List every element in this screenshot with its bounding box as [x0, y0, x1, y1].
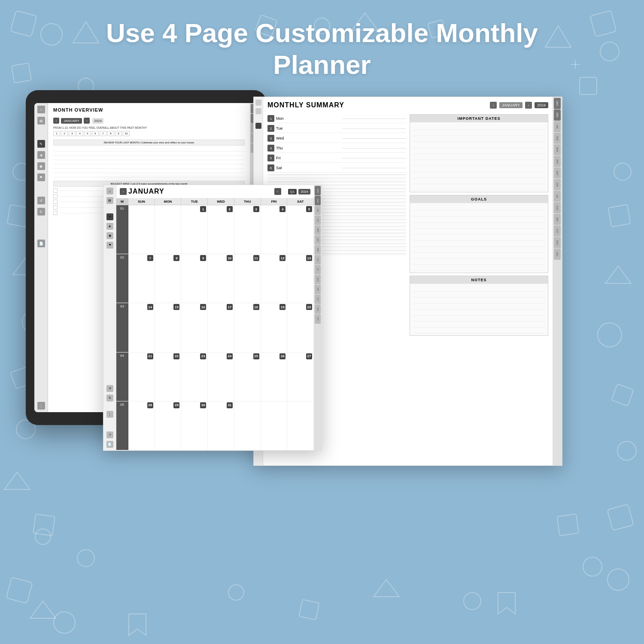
- cal-cell-5[interactable]: 5: [287, 205, 314, 254]
- sum-pen-icon[interactable]: [255, 123, 261, 129]
- cal-cell-2[interactable]: 2: [208, 205, 234, 254]
- checkbox[interactable]: [53, 188, 58, 193]
- cal-pin-icon[interactable]: ◉: [106, 232, 113, 239]
- sum-home-icon[interactable]: [255, 100, 261, 106]
- cal-cell-20[interactable]: 20: [287, 303, 314, 352]
- sum-tab-may[interactable]: MAY: [554, 167, 561, 179]
- cal-cell-18[interactable]: 18: [234, 303, 261, 352]
- sum-tab-oct[interactable]: OCT: [554, 225, 561, 237]
- cal-cell-15[interactable]: 15: [155, 303, 182, 352]
- sum-tab-mar[interactable]: MAR: [554, 144, 561, 155]
- cal-cell-8[interactable]: 8: [155, 254, 182, 303]
- cal-cell-21[interactable]: 21: [128, 352, 155, 401]
- cal-tab-mar[interactable]: MAR: [315, 225, 321, 235]
- cal-tab-aug[interactable]: AUG: [315, 275, 321, 284]
- sum-tab-nov[interactable]: NOV: [554, 237, 561, 248]
- cal-undo-icon[interactable]: ↺: [106, 385, 113, 392]
- cal-tab-may[interactable]: MAY: [315, 245, 321, 255]
- cal-tab-nov[interactable]: NOV: [315, 304, 321, 314]
- sum-tab-feb[interactable]: FEB: [554, 133, 561, 144]
- sum-tab-jun[interactable]: JUN: [554, 179, 561, 190]
- checkbox[interactable]: [53, 194, 58, 198]
- rating-6[interactable]: 6: [92, 131, 99, 136]
- cal-tab-2025[interactable]: 2025: [315, 196, 321, 205]
- cal-cell-31[interactable]: 31: [208, 401, 234, 450]
- checkbox[interactable]: [53, 205, 58, 210]
- tablet-flag-icon[interactable]: ⚑: [37, 173, 45, 181]
- cal-tab-jun[interactable]: JUN: [315, 255, 321, 264]
- cal-cell-17[interactable]: 17: [208, 303, 234, 352]
- cal-cell-1[interactable]: 1: [181, 205, 208, 254]
- sum-next-btn[interactable]: ›: [525, 102, 532, 109]
- sum-tab-apr[interactable]: APR: [554, 156, 561, 167]
- cal-cell-24[interactable]: 24: [208, 352, 234, 401]
- cal-next-btn[interactable]: ›: [274, 188, 281, 195]
- cal-prev-btn[interactable]: ‹: [120, 188, 127, 195]
- rating-10[interactable]: 10: [123, 131, 130, 136]
- cal-tab-dec[interactable]: DEC: [315, 314, 321, 324]
- sum-tab-2025[interactable]: 2025: [554, 109, 561, 121]
- tablet-undo-icon[interactable]: ↺: [37, 197, 45, 204]
- cal-tab-jul[interactable]: JUL: [315, 265, 321, 274]
- cal-cell-4[interactable]: 4: [261, 205, 288, 254]
- cal-cell-25[interactable]: 25: [234, 352, 261, 401]
- tablet-pin-icon[interactable]: ◉: [37, 162, 45, 170]
- checkbox[interactable]: [53, 211, 58, 215]
- cal-share-icon[interactable]: ↗: [106, 431, 113, 438]
- cal-tag-icon[interactable]: ◈: [106, 223, 113, 230]
- cal-tab-apr[interactable]: APR: [315, 235, 321, 245]
- cal-doc-icon[interactable]: 📄: [106, 441, 113, 448]
- cal-book-icon[interactable]: ▤: [106, 197, 113, 204]
- sum-tab-jan[interactable]: JAN: [554, 121, 561, 132]
- cal-tab-oct[interactable]: OCT: [315, 295, 321, 304]
- cal-more-icon[interactable]: ⋮: [106, 411, 113, 418]
- rating-9[interactable]: 9: [115, 131, 122, 136]
- sum-prev-btn[interactable]: ‹: [490, 102, 497, 109]
- cal-cell-22[interactable]: 22: [155, 352, 182, 401]
- sum-book-icon[interactable]: [255, 108, 261, 114]
- rating-3[interactable]: 3: [69, 131, 76, 136]
- tablet-redo-icon[interactable]: ↻: [37, 208, 45, 216]
- rating-5[interactable]: 5: [84, 131, 91, 136]
- cal-cell-19[interactable]: 19: [261, 303, 288, 352]
- tablet-tag-icon[interactable]: ◈: [37, 151, 45, 159]
- cal-cell-26[interactable]: 26: [261, 352, 288, 401]
- tablet-pen-icon[interactable]: ✎: [37, 140, 45, 148]
- cal-tab-2024[interactable]: 2024: [315, 186, 321, 195]
- rating-2[interactable]: 2: [61, 131, 68, 136]
- sum-tab-dec[interactable]: DEC: [554, 249, 561, 260]
- cal-cell-13[interactable]: 13: [287, 254, 314, 303]
- rating-7[interactable]: 7: [100, 131, 106, 136]
- cal-cell-29[interactable]: 29: [155, 401, 182, 450]
- tablet-doc-icon[interactable]: 📄: [37, 240, 45, 247]
- cal-redo-icon[interactable]: ↻: [106, 395, 113, 401]
- cal-cell-27[interactable]: 27: [287, 352, 314, 401]
- cal-flag-icon[interactable]: ⚑: [106, 242, 113, 249]
- tablet-prev-btn[interactable]: ‹: [53, 118, 59, 124]
- tablet-next-btn[interactable]: ›: [84, 118, 90, 124]
- sum-tab-jul[interactable]: JUL: [554, 191, 561, 202]
- cal-tab-jan[interactable]: JAN: [315, 206, 321, 215]
- cal-cell-28[interactable]: 28: [128, 401, 155, 450]
- tablet-more-icon[interactable]: ⋮: [37, 402, 45, 410]
- rating-1[interactable]: 1: [53, 131, 60, 136]
- cal-cell-9[interactable]: 9: [181, 254, 208, 303]
- checkbox[interactable]: [53, 200, 58, 204]
- tablet-home-icon[interactable]: ⌂: [37, 106, 45, 113]
- cal-cell-3[interactable]: 3: [234, 205, 261, 254]
- rating-8[interactable]: 8: [107, 131, 114, 136]
- cal-pen-icon[interactable]: ✎: [106, 213, 113, 220]
- cal-cell-30[interactable]: 30: [181, 401, 208, 450]
- cal-cell-23[interactable]: 23: [181, 352, 208, 401]
- cal-tab-feb[interactable]: FEB: [315, 216, 321, 225]
- sum-tab-2024[interactable]: 2024: [554, 98, 561, 109]
- tablet-book-icon[interactable]: ▤: [37, 117, 45, 125]
- cal-cell-14[interactable]: 14: [128, 303, 155, 352]
- cal-tab-sep[interactable]: SEP: [315, 285, 321, 294]
- sum-tab-sep[interactable]: SEP: [554, 214, 561, 225]
- cal-cell-12[interactable]: 12: [261, 254, 288, 303]
- cal-cell-10[interactable]: 10: [208, 254, 234, 303]
- sum-tab-aug[interactable]: AUG: [554, 202, 561, 213]
- cal-cell-7[interactable]: 7: [128, 254, 155, 303]
- cal-home-icon[interactable]: ⌂: [106, 188, 113, 194]
